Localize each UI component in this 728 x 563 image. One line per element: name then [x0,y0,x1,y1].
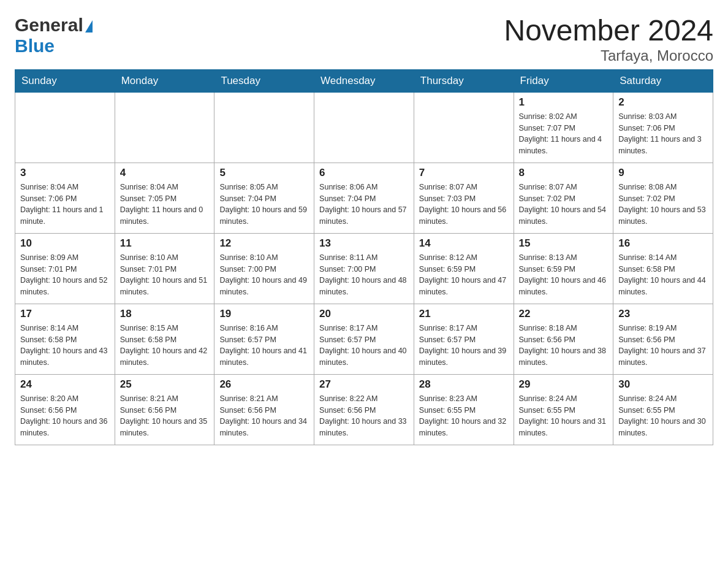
day-number: 16 [618,237,708,250]
header-sunday: Sunday [15,69,115,92]
calendar-day-cell: 28Sunrise: 8:23 AMSunset: 6:55 PMDayligh… [414,374,514,445]
day-number: 25 [120,378,210,391]
calendar-week-row: 24Sunrise: 8:20 AMSunset: 6:56 PMDayligh… [15,374,713,445]
calendar-day-cell [115,92,214,163]
day-number: 7 [419,167,509,179]
day-number: 3 [20,167,110,179]
calendar-day-cell: 15Sunrise: 8:13 AMSunset: 6:59 PMDayligh… [514,233,613,304]
calendar-table: Sunday Monday Tuesday Wednesday Thursday… [15,69,713,445]
day-info: Sunrise: 8:22 AMSunset: 6:56 PMDaylight:… [319,393,409,439]
day-info: Sunrise: 8:13 AMSunset: 6:59 PMDaylight:… [519,252,609,298]
day-info: Sunrise: 8:05 AMSunset: 7:04 PMDaylight:… [219,182,309,228]
calendar-day-cell: 8Sunrise: 8:07 AMSunset: 7:02 PMDaylight… [514,163,613,233]
calendar-week-row: 1Sunrise: 8:02 AMSunset: 7:07 PMDaylight… [15,92,713,163]
calendar-day-cell: 2Sunrise: 8:03 AMSunset: 7:06 PMDaylight… [613,92,713,163]
day-info: Sunrise: 8:03 AMSunset: 7:06 PMDaylight:… [618,111,708,157]
day-number: 30 [618,378,708,391]
day-number: 1 [519,96,609,109]
day-number: 29 [519,378,609,391]
calendar-day-cell: 7Sunrise: 8:07 AMSunset: 7:03 PMDaylight… [414,163,514,233]
day-info: Sunrise: 8:04 AMSunset: 7:06 PMDaylight:… [20,182,110,228]
day-info: Sunrise: 8:12 AMSunset: 6:59 PMDaylight:… [419,252,509,298]
logo-blue-text: Blue [15,36,55,56]
day-info: Sunrise: 8:16 AMSunset: 6:57 PMDaylight:… [219,323,309,369]
header-thursday: Thursday [414,69,514,92]
day-number: 6 [319,167,409,179]
day-number: 12 [219,237,309,250]
day-info: Sunrise: 8:04 AMSunset: 7:05 PMDaylight:… [120,182,210,228]
day-info: Sunrise: 8:07 AMSunset: 7:03 PMDaylight:… [419,182,509,228]
day-number: 11 [120,237,210,250]
day-info: Sunrise: 8:11 AMSunset: 7:00 PMDaylight:… [319,252,409,298]
calendar-day-cell: 21Sunrise: 8:17 AMSunset: 6:57 PMDayligh… [414,304,514,374]
day-info: Sunrise: 8:21 AMSunset: 6:56 PMDaylight:… [120,393,210,439]
calendar-day-cell: 1Sunrise: 8:02 AMSunset: 7:07 PMDaylight… [514,92,613,163]
calendar-day-cell: 25Sunrise: 8:21 AMSunset: 6:56 PMDayligh… [115,374,214,445]
calendar-day-cell: 14Sunrise: 8:12 AMSunset: 6:59 PMDayligh… [414,233,514,304]
day-number: 2 [618,96,708,109]
calendar-day-cell: 20Sunrise: 8:17 AMSunset: 6:57 PMDayligh… [314,304,414,374]
logo-general-text: General [15,15,83,36]
calendar-day-cell: 5Sunrise: 8:05 AMSunset: 7:04 PMDaylight… [214,163,314,233]
day-info: Sunrise: 8:10 AMSunset: 7:00 PMDaylight:… [219,252,309,298]
calendar-day-cell: 17Sunrise: 8:14 AMSunset: 6:58 PMDayligh… [15,304,115,374]
day-number: 9 [618,167,708,179]
calendar-day-cell: 6Sunrise: 8:06 AMSunset: 7:04 PMDaylight… [314,163,414,233]
day-info: Sunrise: 8:08 AMSunset: 7:02 PMDaylight:… [618,182,708,228]
day-number: 15 [519,237,609,250]
day-number: 14 [419,237,509,250]
calendar-day-cell: 24Sunrise: 8:20 AMSunset: 6:56 PMDayligh… [15,374,115,445]
day-number: 22 [519,308,609,320]
day-number: 27 [319,378,409,391]
day-info: Sunrise: 8:24 AMSunset: 6:55 PMDaylight:… [618,393,708,439]
day-info: Sunrise: 8:06 AMSunset: 7:04 PMDaylight:… [319,182,409,228]
calendar-header-row: Sunday Monday Tuesday Wednesday Thursday… [15,69,713,92]
calendar-day-cell: 29Sunrise: 8:24 AMSunset: 6:55 PMDayligh… [514,374,613,445]
day-number: 5 [219,167,309,179]
calendar-day-cell: 13Sunrise: 8:11 AMSunset: 7:00 PMDayligh… [314,233,414,304]
day-number: 24 [20,378,110,391]
day-number: 19 [219,308,309,320]
day-info: Sunrise: 8:15 AMSunset: 6:58 PMDaylight:… [120,323,210,369]
calendar-day-cell [414,92,514,163]
day-number: 17 [20,308,110,320]
day-info: Sunrise: 8:20 AMSunset: 6:56 PMDaylight:… [20,393,110,439]
calendar-day-cell: 18Sunrise: 8:15 AMSunset: 6:58 PMDayligh… [115,304,214,374]
day-number: 13 [319,237,409,250]
calendar-day-cell: 19Sunrise: 8:16 AMSunset: 6:57 PMDayligh… [214,304,314,374]
day-number: 28 [419,378,509,391]
calendar-day-cell: 22Sunrise: 8:18 AMSunset: 6:56 PMDayligh… [514,304,613,374]
day-info: Sunrise: 8:24 AMSunset: 6:55 PMDaylight:… [519,393,609,439]
header-friday: Friday [514,69,613,92]
calendar-day-cell [314,92,414,163]
day-info: Sunrise: 8:07 AMSunset: 7:02 PMDaylight:… [519,182,609,228]
day-info: Sunrise: 8:18 AMSunset: 6:56 PMDaylight:… [519,323,609,369]
calendar-day-cell: 4Sunrise: 8:04 AMSunset: 7:05 PMDaylight… [115,163,214,233]
day-number: 20 [319,308,409,320]
day-number: 18 [120,308,210,320]
day-info: Sunrise: 8:09 AMSunset: 7:01 PMDaylight:… [20,252,110,298]
calendar-day-cell [15,92,115,163]
day-number: 4 [120,167,210,179]
day-number: 26 [219,378,309,391]
calendar-week-row: 3Sunrise: 8:04 AMSunset: 7:06 PMDaylight… [15,163,713,233]
day-number: 8 [519,167,609,179]
calendar-day-cell [214,92,314,163]
day-number: 21 [419,308,509,320]
calendar-week-row: 10Sunrise: 8:09 AMSunset: 7:01 PMDayligh… [15,233,713,304]
day-number: 10 [20,237,110,250]
calendar-day-cell: 27Sunrise: 8:22 AMSunset: 6:56 PMDayligh… [314,374,414,445]
day-number: 23 [618,308,708,320]
logo-triangle-icon [85,20,93,33]
logo: General Blue [15,15,93,56]
calendar-week-row: 17Sunrise: 8:14 AMSunset: 6:58 PMDayligh… [15,304,713,374]
day-info: Sunrise: 8:19 AMSunset: 6:56 PMDaylight:… [618,323,708,369]
calendar-day-cell: 16Sunrise: 8:14 AMSunset: 6:58 PMDayligh… [613,233,713,304]
calendar-day-cell: 3Sunrise: 8:04 AMSunset: 7:06 PMDaylight… [15,163,115,233]
calendar-day-cell: 23Sunrise: 8:19 AMSunset: 6:56 PMDayligh… [613,304,713,374]
header-saturday: Saturday [613,69,713,92]
calendar-day-cell: 9Sunrise: 8:08 AMSunset: 7:02 PMDaylight… [613,163,713,233]
calendar-day-cell: 12Sunrise: 8:10 AMSunset: 7:00 PMDayligh… [214,233,314,304]
day-info: Sunrise: 8:17 AMSunset: 6:57 PMDaylight:… [319,323,409,369]
day-info: Sunrise: 8:21 AMSunset: 6:56 PMDaylight:… [219,393,309,439]
